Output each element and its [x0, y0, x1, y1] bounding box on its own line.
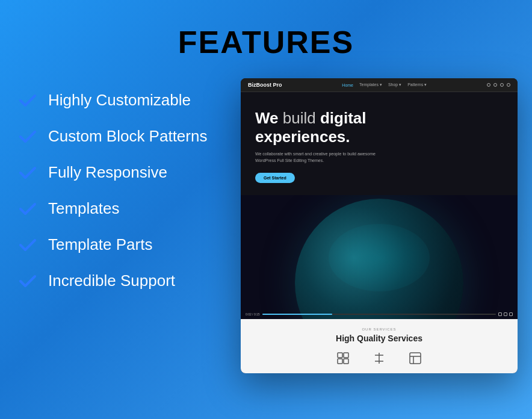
page-title: FEATURES — [178, 24, 354, 60]
feature-item-incredible-support: Incredible Support — [18, 271, 223, 290]
video-control-icons — [498, 312, 513, 316]
svg-rect-0 — [338, 353, 342, 358]
svg-rect-4 — [410, 353, 421, 364]
service-icon-design — [334, 349, 352, 367]
feature-item-fully-responsive: Fully Responsive — [18, 163, 223, 182]
service-icon-text — [370, 349, 388, 367]
feature-item-custom-block-patterns: Custom Block Patterns — [18, 126, 223, 146]
website-screenshot: BizBoost Pro Home Templates ▾ Shop ▾ Pat… — [241, 78, 518, 373]
feature-label-templates: Templates — [48, 199, 120, 218]
mockup-hero-subtitle: We collaborate with smart and creative p… — [255, 151, 388, 164]
mockup-video-section: 0:02 / 0:15 — [241, 195, 518, 319]
feature-label-highly-customizable: Highly Customizable — [48, 91, 191, 110]
service-icon-layout — [406, 349, 424, 367]
hero-title-we: We — [255, 109, 283, 127]
svg-rect-3 — [344, 359, 348, 364]
feature-item-templates: Templates — [18, 199, 223, 218]
nav-link-home: Home — [342, 83, 353, 87]
checkmark-icon — [18, 90, 37, 110]
mockup-hero-title: We build digital experiences. — [255, 109, 503, 146]
video-ctrl-icon-2 — [504, 312, 507, 316]
nav-link-templates: Templates ▾ — [359, 82, 382, 87]
mockup-services-icons — [247, 349, 512, 367]
content-area: Highly Customizable Custom Block Pattern… — [0, 78, 532, 373]
nav-link-patterns: Patterns ▾ — [407, 82, 427, 87]
feature-label-template-parts: Template Parts — [48, 235, 152, 254]
video-controls: 0:02 / 0:15 — [246, 312, 513, 316]
planet-graphic — [295, 199, 463, 319]
mockup-navbar: BizBoost Pro Home Templates ▾ Shop ▾ Pat… — [241, 78, 518, 92]
hero-title-build: build — [283, 109, 320, 127]
mockup-services-title: High Quality Services — [247, 334, 512, 343]
video-ctrl-icon-3 — [509, 312, 513, 316]
feature-label-incredible-support: Incredible Support — [48, 272, 175, 290]
mockup-logo: BizBoost Pro — [248, 82, 282, 88]
hero-title-digital: digital — [320, 109, 367, 127]
mockup-nav-links: Home Templates ▾ Shop ▾ Patterns ▾ — [342, 82, 427, 87]
feature-item-highly-customizable: Highly Customizable — [18, 90, 223, 110]
feature-item-template-parts: Template Parts — [18, 235, 223, 254]
social-icon-2 — [493, 83, 497, 87]
social-icon-1 — [487, 83, 490, 87]
video-time: 0:02 / 0:15 — [246, 312, 260, 316]
video-ctrl-icon-1 — [498, 312, 502, 316]
nav-link-shop: Shop ▾ — [388, 82, 401, 87]
checkmark-icon-6 — [18, 271, 37, 290]
checkmark-icon-2 — [18, 126, 37, 146]
checkmark-icon-4 — [18, 199, 37, 218]
features-list: Highly Customizable Custom Block Pattern… — [18, 78, 223, 290]
svg-rect-2 — [338, 359, 342, 364]
svg-rect-1 — [344, 353, 348, 358]
feature-label-custom-block-patterns: Custom Block Patterns — [48, 127, 207, 146]
search-icon — [507, 83, 510, 87]
mockup-nav-icons — [487, 83, 510, 87]
video-progress-fill — [262, 314, 333, 315]
mockup-services-section: OUR SERVICES High Quality Services — [241, 319, 518, 373]
feature-label-fully-responsive: Fully Responsive — [48, 163, 167, 182]
hero-title-experiences: experiences. — [255, 128, 350, 146]
mockup-cta-button[interactable]: Get Started — [255, 173, 295, 183]
checkmark-icon-5 — [18, 235, 37, 254]
checkmark-icon-3 — [18, 163, 37, 182]
mockup-hero: We build digital experiences. We collabo… — [241, 92, 518, 195]
mockup-services-label: OUR SERVICES — [247, 327, 512, 331]
social-icon-3 — [500, 83, 504, 87]
video-progress-bar — [262, 314, 496, 315]
